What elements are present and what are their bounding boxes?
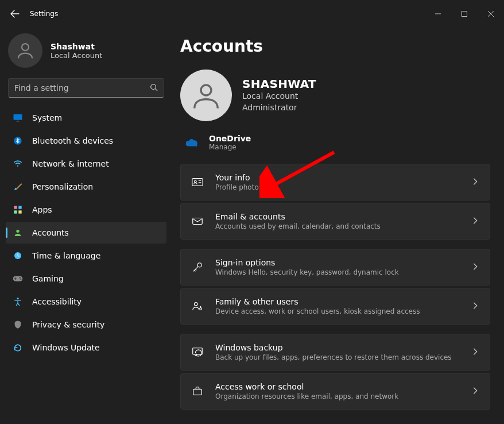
card-subtitle: Back up your files, apps, preferences to…	[215, 353, 460, 361]
sidebar-item-label: Privacy & security	[32, 320, 104, 329]
sidebar-item-system[interactable]: System	[6, 107, 166, 129]
svg-rect-3	[14, 114, 22, 120]
window-controls	[425, 5, 504, 23]
paintbrush-icon	[13, 182, 23, 192]
id-card-icon	[191, 176, 204, 188]
sidebar-item-label: Time & language	[32, 251, 100, 260]
card-title: Sign-in options	[215, 258, 460, 267]
bluetooth-icon	[13, 136, 23, 146]
chevron-right-icon	[471, 386, 479, 397]
profile-type: Local Account	[51, 51, 102, 60]
sidebar-item-label: Bluetooth & devices	[32, 136, 113, 145]
card-title: Access work or school	[215, 382, 460, 391]
svg-rect-10	[14, 210, 17, 213]
maximize-button[interactable]	[451, 5, 478, 23]
sidebar-item-label: Network & internet	[32, 159, 109, 168]
svg-rect-26	[193, 389, 202, 395]
svg-point-22	[197, 263, 201, 267]
person-icon	[15, 40, 36, 61]
card-work-school[interactable]: Access work or school Organization resou…	[180, 373, 490, 410]
sidebar-item-update[interactable]: Windows Update	[6, 337, 166, 359]
person-icon	[191, 80, 222, 111]
avatar	[8, 33, 42, 68]
backup-icon	[191, 346, 204, 359]
svg-point-24	[200, 308, 202, 310]
sidebar-item-accessibility[interactable]: Accessibility	[6, 291, 166, 313]
svg-point-18	[201, 85, 211, 95]
family-icon	[191, 300, 204, 313]
window-title: Settings	[30, 10, 58, 18]
onedrive-title: OneDrive	[209, 134, 251, 143]
gaming-icon	[13, 273, 23, 284]
card-title: Email & accounts	[215, 212, 460, 221]
minimize-button[interactable]	[425, 5, 451, 23]
chevron-right-icon	[471, 347, 479, 358]
maximize-icon	[462, 11, 467, 17]
card-your-info[interactable]: Your info Profile photo	[180, 164, 490, 201]
svg-rect-0	[462, 11, 467, 17]
card-subtitle: Device access, work or school users, kio…	[215, 307, 460, 315]
card-windows-backup[interactable]: Windows backup Back up your files, apps,…	[180, 334, 490, 371]
sidebar-item-network[interactable]: Network & internet	[6, 153, 166, 175]
sidebar-item-privacy[interactable]: Privacy & security	[6, 314, 166, 336]
sidebar-item-personalization[interactable]: Personalization	[6, 176, 166, 198]
chevron-right-icon	[471, 301, 479, 312]
svg-point-1	[22, 44, 29, 51]
briefcase-icon	[191, 385, 204, 398]
back-button[interactable]	[6, 5, 24, 23]
sidebar-item-bluetooth[interactable]: Bluetooth & devices	[6, 130, 166, 152]
profile-block[interactable]: Shashwat Local Account	[6, 31, 166, 75]
card-family-users[interactable]: Family & other users Device access, work…	[180, 288, 490, 325]
back-arrow-icon	[10, 9, 20, 18]
sidebar-item-label: Gaming	[32, 274, 64, 283]
close-button[interactable]	[478, 5, 504, 23]
accessibility-icon	[13, 296, 23, 307]
svg-point-17	[17, 298, 18, 299]
mail-icon	[191, 215, 204, 228]
svg-rect-21	[193, 218, 203, 225]
svg-point-7	[17, 165, 18, 167]
chevron-right-icon	[471, 262, 479, 273]
card-title: Your info	[215, 173, 460, 182]
wifi-icon	[13, 159, 23, 169]
sidebar-item-accounts[interactable]: Accounts	[6, 222, 166, 244]
svg-point-12	[16, 230, 19, 233]
sidebar-item-label: Apps	[32, 205, 52, 214]
chevron-right-icon	[471, 216, 479, 227]
account-header: SHASHWAT Local Account Administrator	[180, 70, 490, 121]
sidebar-item-label: Accessibility	[32, 297, 82, 306]
titlebar: Settings	[0, 0, 504, 28]
accounts-icon	[13, 228, 23, 238]
sidebar-item-apps[interactable]: Apps	[6, 199, 166, 221]
svg-rect-19	[192, 179, 203, 186]
svg-rect-8	[14, 206, 17, 209]
card-list: Your info Profile photo Email & accounts…	[180, 164, 490, 410]
clock-icon	[13, 250, 23, 261]
chevron-right-icon	[471, 177, 479, 188]
key-icon	[191, 261, 204, 273]
account-avatar	[180, 70, 232, 121]
onedrive-row[interactable]: OneDrive Manage	[180, 132, 490, 164]
sidebar: Shashwat Local Account System Blueto	[0, 28, 172, 424]
page-title: Accounts	[180, 37, 490, 56]
card-subtitle: Windows Hello, security key, password, d…	[215, 268, 460, 276]
minimize-icon	[435, 11, 441, 17]
sidebar-item-gaming[interactable]: Gaming	[6, 268, 166, 290]
svg-point-23	[195, 303, 198, 306]
apps-icon	[13, 205, 23, 215]
svg-point-2	[151, 84, 156, 89]
card-signin-options[interactable]: Sign-in options Windows Hello, security …	[180, 249, 490, 286]
sidebar-item-time[interactable]: Time & language	[6, 245, 166, 267]
search-input[interactable]	[14, 83, 150, 92]
card-subtitle: Organization resources like email, apps,…	[215, 392, 460, 400]
account-name: SHASHWAT	[242, 77, 316, 91]
close-icon	[488, 11, 494, 17]
sidebar-item-label: Windows Update	[32, 343, 100, 352]
sidebar-item-label: Accounts	[32, 228, 69, 237]
svg-point-16	[20, 279, 21, 280]
onedrive-sub: Manage	[209, 143, 251, 151]
main-content: Accounts SHASHWAT Local Account Administ…	[172, 28, 504, 424]
search-box[interactable]	[8, 78, 164, 98]
svg-rect-5	[17, 121, 20, 122]
card-email-accounts[interactable]: Email & accounts Accounts used by email,…	[180, 203, 490, 240]
